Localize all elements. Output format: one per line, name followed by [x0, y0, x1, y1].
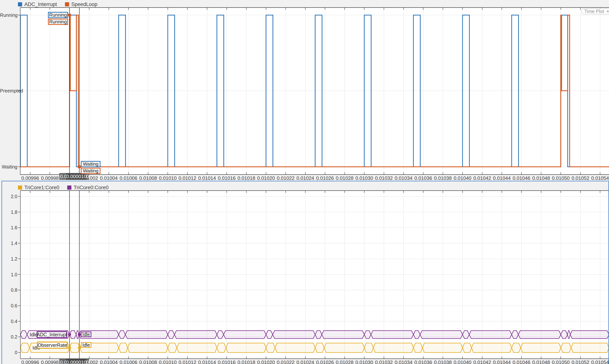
- panel1-x-tick-label: 0.01030: [354, 175, 375, 181]
- panel2-legend-item-1[interactable]: TriCore0:Core0: [67, 185, 108, 191]
- panel1-x-tick-label: 0.01016: [217, 175, 237, 181]
- panel2-x-tick-label: 0.01028: [334, 359, 355, 364]
- panel2-x-tick-label: 0.00998: [40, 359, 60, 364]
- panel2-legend-item-0[interactable]: TriCore1:Core0: [18, 185, 59, 191]
- panel2-x-tick-label: 0.00996: [20, 359, 41, 364]
- time-plot-label: Time Plot: [584, 9, 604, 14]
- state-segment[interactable]: [224, 331, 266, 338]
- legend-item-label: TriCore1:Core0: [24, 185, 59, 191]
- panel2-x-tick-label: 0.01052: [570, 359, 591, 364]
- state-segment[interactable]: [568, 331, 570, 338]
- state-segment[interactable]: [168, 343, 177, 352]
- state-segment[interactable]: [462, 343, 472, 352]
- cursor1-value-label: Running: [48, 12, 68, 18]
- panel1-x-tick-label: 0.01038: [433, 175, 453, 181]
- legend-swatch-icon: [18, 185, 22, 190]
- cursor1-value-label: Running: [48, 19, 68, 25]
- panel1-x-tick-label: 0.01026: [315, 175, 335, 181]
- state-segment[interactable]: [119, 343, 128, 352]
- legend-item-label: SpeedLoop: [71, 1, 97, 7]
- panel2-x-tick-label: 0.01022: [275, 359, 296, 364]
- panel2-x-tick-label: 0.01054: [590, 359, 609, 364]
- state-segment[interactable]: [472, 343, 512, 352]
- state-label-idle: Idle: [30, 332, 37, 338]
- y-tick-label: 1.6: [0, 225, 17, 230]
- state-segment[interactable]: [322, 331, 364, 338]
- plots-canvas[interactable]: [0, 0, 609, 364]
- state-segment[interactable]: [371, 331, 413, 338]
- state-segment[interactable]: [175, 331, 217, 338]
- state-segment[interactable]: [217, 343, 226, 352]
- time-plot-menu-button[interactable]: Time Plot: [581, 8, 609, 14]
- panel2-x-tick-label: 0.01036: [413, 359, 433, 364]
- panel1-cursor2-time[interactable]: 0.01001: [86, 173, 89, 180]
- panel2-x-tick-label: 0.01040: [452, 359, 473, 364]
- panel1-x-tick-label: 0.01036: [413, 175, 433, 181]
- y-state-label: Waiting: [0, 164, 17, 170]
- panel1-x-tick-label: 0.01050: [551, 175, 571, 181]
- state-segment[interactable]: [315, 343, 324, 352]
- panel2-x-tick-label: 0.01012: [177, 359, 198, 364]
- y-state-label: Preempted: [0, 88, 17, 94]
- state-segment[interactable]: [518, 331, 561, 338]
- panel1-cursor-readout: 0.01000.0000100.01001: [59, 173, 89, 180]
- state-segment[interactable]: [125, 331, 168, 338]
- panel2-x-tick-label: 0.01014: [197, 359, 217, 364]
- panel2-cursor-delta: 0.000010: [66, 359, 86, 364]
- ellipsis-icon: [607, 10, 609, 13]
- state-segment[interactable]: [521, 343, 561, 352]
- state-segment[interactable]: [177, 343, 217, 352]
- state-segment[interactable]: [413, 343, 422, 352]
- panel2-x-tick-label: 0.01050: [551, 359, 571, 364]
- state-segment[interactable]: [364, 343, 373, 352]
- y-tick-label: 1.8: [0, 209, 17, 215]
- panel2-x-tick-label: 0.01024: [295, 359, 316, 364]
- state-segment[interactable]: [275, 343, 315, 352]
- panel2-x-tick-label: 0.01016: [217, 359, 237, 364]
- panel1-x-tick-label: 0.01006: [118, 175, 139, 181]
- y-tick-label: 1.0: [0, 272, 17, 277]
- state-segment[interactable]: [20, 343, 29, 352]
- panel1-x-tick-label: 0.01010: [157, 175, 178, 181]
- state-segment[interactable]: [373, 343, 413, 352]
- panel1-x-tick-label: 0.01042: [472, 175, 492, 181]
- state-segment[interactable]: [266, 343, 275, 352]
- panel2-x-tick-label: 0.01032: [374, 359, 394, 364]
- state-segment[interactable]: [324, 343, 364, 352]
- state-segment[interactable]: [128, 343, 168, 352]
- state-segment[interactable]: [571, 343, 609, 352]
- state-segment[interactable]: [570, 331, 609, 338]
- panel1-x-tick-label: 0.01022: [275, 175, 296, 181]
- cursor2-value-label: Idle: [81, 332, 91, 337]
- panel1-x-tick-label: 0.01044: [491, 175, 512, 181]
- legend-item-label: TriCore0:Core0: [74, 185, 108, 191]
- y-tick-label: 0.4: [0, 319, 17, 324]
- y-tick-label: 2.0: [0, 194, 17, 199]
- y-tick-label: 0.8: [0, 287, 17, 293]
- state-segment[interactable]: [226, 343, 266, 352]
- legend-swatch-icon: [18, 2, 22, 6]
- panel2-x-tick-label: 0.01020: [256, 359, 276, 364]
- panel2-x-tick-label: 0.01044: [491, 359, 512, 364]
- legend-swatch-icon: [67, 185, 71, 190]
- panel2-x-tick-label: 0.01018: [236, 359, 257, 364]
- y-state-label: Running: [0, 12, 17, 18]
- panel1-legend-item-1[interactable]: SpeedLoop: [65, 1, 97, 7]
- panel2-x-tick-label: 0.01046: [511, 359, 532, 364]
- state-segment[interactable]: [512, 343, 521, 352]
- panel1-legend-item-0[interactable]: ADC_Interrupt: [18, 1, 57, 7]
- state-segment[interactable]: [420, 331, 463, 338]
- panel1-x-tick-label: 0.01034: [393, 175, 414, 181]
- panel1-x-tick-label: 0.01014: [197, 175, 217, 181]
- panel2-x-tick-label: 0.01042: [472, 359, 492, 364]
- panel1-x-tick-label: 0.01028: [334, 175, 355, 181]
- legend-item-label: ADC_Interrupt: [24, 1, 57, 7]
- cursor1-value-label: ADC_Interrupt: [37, 331, 67, 338]
- state-segment[interactable]: [561, 343, 571, 352]
- state-segment[interactable]: [469, 331, 512, 338]
- state-segment[interactable]: [422, 343, 462, 352]
- state-segment[interactable]: [273, 331, 315, 338]
- panel1-x-tick-label: 0.01046: [511, 175, 532, 181]
- panel1-x-tick-label: 0.00998: [40, 175, 60, 181]
- panel2-cursor2-time[interactable]: 0.01001: [86, 359, 89, 364]
